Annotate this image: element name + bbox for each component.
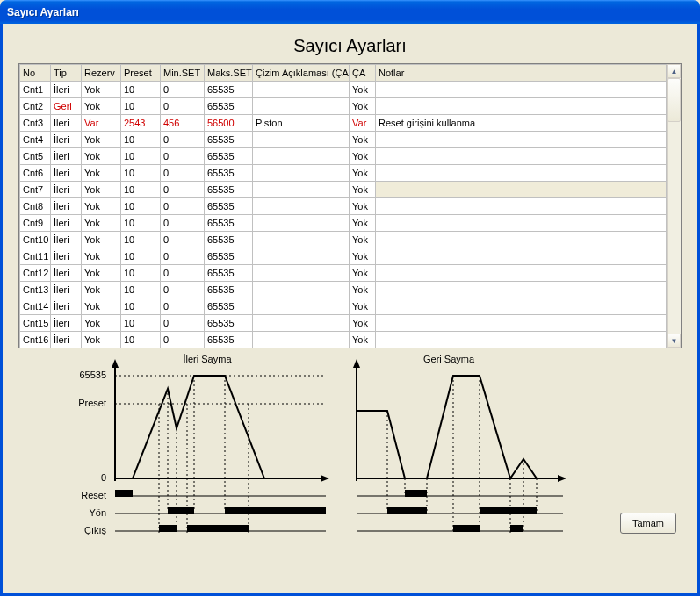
cell-preset[interactable]: 10 [121, 232, 161, 248]
cell-rezerv[interactable]: Yok [82, 315, 121, 332]
cell-min[interactable]: 0 [161, 148, 205, 165]
cell-ca[interactable]: Yok [350, 182, 376, 198]
cell-tip[interactable]: İleri [51, 298, 82, 315]
cell-preset[interactable]: 10 [121, 198, 161, 215]
cell-rezerv[interactable]: Yok [82, 198, 121, 215]
cell-no[interactable]: Cnt13 [20, 282, 51, 298]
cell-tip[interactable]: İleri [51, 215, 82, 232]
cell-min[interactable]: 0 [161, 82, 205, 98]
cell-min[interactable]: 0 [161, 182, 205, 198]
cell-ca[interactable]: Yok [350, 198, 376, 215]
cell-not[interactable] [376, 148, 667, 165]
cell-preset[interactable]: 10 [121, 148, 161, 165]
cell-rezerv[interactable]: Yok [82, 332, 121, 348]
table-row[interactable]: Cnt16İleriYok10065535Yok [20, 332, 667, 348]
cell-ciz[interactable] [253, 265, 350, 282]
cell-not[interactable] [376, 98, 667, 115]
col-header-preset[interactable]: Preset [121, 65, 161, 82]
cell-min[interactable]: 0 [161, 315, 205, 332]
cell-not[interactable] [376, 265, 667, 282]
cell-preset[interactable]: 10 [121, 315, 161, 332]
cell-preset[interactable]: 10 [121, 215, 161, 232]
cell-rezerv[interactable]: Yok [82, 148, 121, 165]
cell-ciz[interactable] [253, 332, 350, 348]
cell-tip[interactable]: İleri [51, 165, 82, 182]
cell-preset[interactable]: 10 [121, 265, 161, 282]
cell-tip[interactable]: İleri [51, 232, 82, 248]
cell-maks[interactable]: 65535 [205, 82, 253, 98]
cell-tip[interactable]: İleri [51, 198, 82, 215]
cell-no[interactable]: Cnt1 [20, 82, 51, 98]
cell-not[interactable] [376, 232, 667, 248]
cell-not[interactable] [376, 165, 667, 182]
cell-maks[interactable]: 65535 [205, 132, 253, 148]
cell-rezerv[interactable]: Yok [82, 265, 121, 282]
cell-maks[interactable]: 65535 [205, 182, 253, 198]
cell-maks[interactable]: 65535 [205, 298, 253, 315]
cell-rezerv[interactable]: Yok [82, 232, 121, 248]
cell-ca[interactable]: Yok [350, 232, 376, 248]
cell-tip[interactable]: İleri [51, 265, 82, 282]
cell-ciz[interactable] [253, 315, 350, 332]
table-row[interactable]: Cnt6İleriYok10065535Yok [20, 165, 667, 182]
cell-rezerv[interactable]: Yok [82, 248, 121, 265]
cell-rezerv[interactable]: Yok [82, 298, 121, 315]
table-row[interactable]: Cnt1İleriYok10065535Yok [20, 82, 667, 98]
scroll-thumb[interactable] [668, 78, 681, 122]
cell-not[interactable] [376, 298, 667, 315]
table-row[interactable]: Cnt3İleriVar254345656500PistonVarReset g… [20, 115, 667, 132]
cell-not[interactable] [376, 248, 667, 265]
cell-min[interactable]: 0 [161, 298, 205, 315]
cell-rezerv[interactable]: Yok [82, 132, 121, 148]
cell-ciz[interactable] [253, 198, 350, 215]
table-row[interactable]: Cnt2GeriYok10065535Yok [20, 98, 667, 115]
counter-table[interactable]: No Tip Rezerv Preset Min.SET Maks.SET Çi… [19, 64, 667, 348]
cell-preset[interactable]: 10 [121, 165, 161, 182]
cell-not[interactable] [376, 182, 667, 198]
table-row[interactable]: Cnt13İleriYok10065535Yok [20, 282, 667, 298]
cell-ciz[interactable] [253, 98, 350, 115]
cell-no[interactable]: Cnt16 [20, 332, 51, 348]
cell-ciz[interactable] [253, 148, 350, 165]
cell-tip[interactable]: İleri [51, 315, 82, 332]
cell-ca[interactable]: Yok [350, 148, 376, 165]
col-header-rezerv[interactable]: Rezerv [82, 65, 121, 82]
table-scrollbar[interactable]: ▲ ▼ [667, 64, 681, 348]
cell-rezerv[interactable]: Yok [82, 182, 121, 198]
scroll-down-button[interactable]: ▼ [668, 334, 681, 348]
cell-maks[interactable]: 65535 [205, 148, 253, 165]
cell-ca[interactable]: Yok [350, 298, 376, 315]
cell-maks[interactable]: 65535 [205, 215, 253, 232]
col-header-no[interactable]: No [20, 65, 51, 82]
cell-rezerv[interactable]: Yok [82, 165, 121, 182]
cell-not[interactable] [376, 315, 667, 332]
col-header-tip[interactable]: Tip [51, 65, 82, 82]
cell-no[interactable]: Cnt12 [20, 265, 51, 282]
cell-ciz[interactable] [253, 248, 350, 265]
cell-tip[interactable]: İleri [51, 282, 82, 298]
cell-min[interactable]: 0 [161, 98, 205, 115]
cell-tip[interactable]: İleri [51, 82, 82, 98]
cell-min[interactable]: 0 [161, 282, 205, 298]
cell-tip[interactable]: İleri [51, 132, 82, 148]
cell-no[interactable]: Cnt4 [20, 132, 51, 148]
cell-rezerv[interactable]: Yok [82, 82, 121, 98]
cell-no[interactable]: Cnt10 [20, 232, 51, 248]
cell-rezerv[interactable]: Yok [82, 98, 121, 115]
col-header-minset[interactable]: Min.SET [161, 65, 205, 82]
ok-button[interactable]: Tamam [620, 513, 676, 534]
cell-not[interactable] [376, 282, 667, 298]
cell-ca[interactable]: Yok [350, 248, 376, 265]
cell-preset[interactable]: 10 [121, 282, 161, 298]
cell-maks[interactable]: 65535 [205, 282, 253, 298]
cell-maks[interactable]: 65535 [205, 198, 253, 215]
cell-no[interactable]: Cnt6 [20, 165, 51, 182]
cell-ca[interactable]: Yok [350, 265, 376, 282]
table-row[interactable]: Cnt8İleriYok10065535Yok [20, 198, 667, 215]
cell-ciz[interactable] [253, 298, 350, 315]
col-header-maksset[interactable]: Maks.SET [205, 65, 253, 82]
cell-ca[interactable]: Yok [350, 165, 376, 182]
cell-rezerv[interactable]: Yok [82, 282, 121, 298]
cell-min[interactable]: 0 [161, 165, 205, 182]
cell-tip[interactable]: İleri [51, 332, 82, 348]
